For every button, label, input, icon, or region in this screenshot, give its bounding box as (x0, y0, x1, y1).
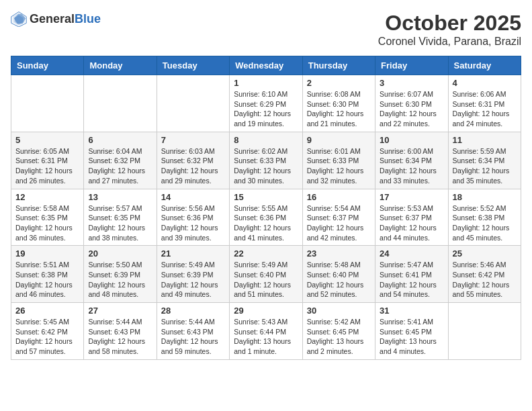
calendar-table: SundayMondayTuesdayWednesdayThursdayFrid… (11, 56, 521, 360)
day-info: Sunrise: 5:57 AM Sunset: 6:35 PM Dayligh… (88, 203, 152, 243)
weekday-header: Tuesday (157, 56, 229, 75)
logo-blue: Blue (75, 12, 101, 26)
calendar-cell: 31Sunrise: 5:41 AM Sunset: 6:45 PM Dayli… (375, 303, 448, 360)
day-info: Sunrise: 6:05 AM Sunset: 6:31 PM Dayligh… (15, 146, 79, 186)
calendar-cell: 7Sunrise: 6:03 AM Sunset: 6:32 PM Daylig… (157, 132, 229, 189)
day-number: 12 (15, 192, 79, 202)
calendar-cell: 8Sunrise: 6:02 AM Sunset: 6:33 PM Daylig… (230, 132, 302, 189)
day-info: Sunrise: 5:49 AM Sunset: 6:39 PM Dayligh… (161, 260, 225, 300)
calendar-cell: 20Sunrise: 5:50 AM Sunset: 6:39 PM Dayli… (84, 246, 157, 303)
calendar-cell: 16Sunrise: 5:54 AM Sunset: 6:37 PM Dayli… (302, 189, 375, 246)
day-number: 9 (307, 135, 371, 145)
day-number: 1 (234, 78, 298, 88)
day-info: Sunrise: 5:41 AM Sunset: 6:45 PM Dayligh… (380, 317, 443, 357)
calendar-week-row: 1Sunrise: 6:10 AM Sunset: 6:29 PM Daylig… (11, 75, 521, 132)
calendar-cell: 17Sunrise: 5:53 AM Sunset: 6:37 PM Dayli… (375, 189, 448, 246)
calendar-cell: 18Sunrise: 5:52 AM Sunset: 6:38 PM Dayli… (448, 189, 521, 246)
day-number: 27 (88, 306, 152, 316)
calendar-week-row: 19Sunrise: 5:51 AM Sunset: 6:38 PM Dayli… (11, 246, 521, 303)
day-info: Sunrise: 5:55 AM Sunset: 6:36 PM Dayligh… (234, 203, 298, 243)
calendar-cell: 11Sunrise: 5:59 AM Sunset: 6:34 PM Dayli… (448, 132, 521, 189)
day-number: 13 (88, 192, 152, 202)
day-number: 21 (161, 248, 225, 259)
day-number: 16 (307, 192, 371, 202)
day-info: Sunrise: 5:42 AM Sunset: 6:45 PM Dayligh… (307, 317, 371, 357)
day-number: 19 (15, 248, 79, 259)
weekday-header: Monday (84, 56, 157, 75)
calendar-cell: 19Sunrise: 5:51 AM Sunset: 6:38 PM Dayli… (11, 246, 84, 303)
weekday-header: Wednesday (230, 56, 302, 75)
day-number: 4 (453, 78, 517, 88)
calendar-cell: 6Sunrise: 6:04 AM Sunset: 6:32 PM Daylig… (84, 132, 157, 189)
day-number: 11 (453, 135, 517, 145)
day-info: Sunrise: 6:10 AM Sunset: 6:29 PM Dayligh… (234, 89, 298, 129)
calendar-week-row: 5Sunrise: 6:05 AM Sunset: 6:31 PM Daylig… (11, 132, 521, 189)
calendar-cell: 24Sunrise: 5:47 AM Sunset: 6:41 PM Dayli… (375, 246, 448, 303)
calendar-cell: 23Sunrise: 5:48 AM Sunset: 6:40 PM Dayli… (302, 246, 375, 303)
weekday-header: Sunday (11, 56, 84, 75)
day-number: 29 (234, 306, 298, 316)
day-number: 24 (380, 248, 443, 259)
day-info: Sunrise: 5:46 AM Sunset: 6:42 PM Dayligh… (453, 260, 517, 300)
day-number: 28 (161, 306, 225, 316)
calendar-cell (84, 75, 157, 132)
day-info: Sunrise: 5:44 AM Sunset: 6:43 PM Dayligh… (88, 317, 152, 357)
day-info: Sunrise: 6:01 AM Sunset: 6:33 PM Dayligh… (307, 146, 371, 186)
day-info: Sunrise: 6:00 AM Sunset: 6:34 PM Dayligh… (380, 146, 443, 186)
calendar-cell: 25Sunrise: 5:46 AM Sunset: 6:42 PM Dayli… (448, 246, 521, 303)
calendar-cell: 3Sunrise: 6:07 AM Sunset: 6:30 PM Daylig… (375, 75, 448, 132)
calendar-week-row: 12Sunrise: 5:58 AM Sunset: 6:35 PM Dayli… (11, 189, 521, 246)
day-info: Sunrise: 5:49 AM Sunset: 6:40 PM Dayligh… (234, 260, 298, 300)
day-info: Sunrise: 5:43 AM Sunset: 6:44 PM Dayligh… (234, 317, 298, 357)
day-number: 3 (380, 78, 443, 88)
day-info: Sunrise: 5:48 AM Sunset: 6:40 PM Dayligh… (307, 260, 371, 300)
day-number: 20 (88, 248, 152, 259)
day-number: 8 (234, 135, 298, 145)
weekday-header: Thursday (302, 56, 375, 75)
calendar-cell: 26Sunrise: 5:45 AM Sunset: 6:42 PM Dayli… (11, 303, 84, 360)
calendar-cell: 2Sunrise: 6:08 AM Sunset: 6:30 PM Daylig… (302, 75, 375, 132)
day-number: 2 (307, 78, 371, 88)
day-info: Sunrise: 5:50 AM Sunset: 6:39 PM Dayligh… (88, 260, 152, 300)
day-number: 26 (15, 306, 79, 316)
logo-text: GeneralBlue (30, 12, 101, 26)
calendar-cell (157, 75, 229, 132)
calendar-cell: 27Sunrise: 5:44 AM Sunset: 6:43 PM Dayli… (84, 303, 157, 360)
day-info: Sunrise: 5:53 AM Sunset: 6:37 PM Dayligh… (380, 203, 443, 243)
day-info: Sunrise: 6:07 AM Sunset: 6:30 PM Dayligh… (380, 89, 443, 129)
day-info: Sunrise: 6:08 AM Sunset: 6:30 PM Dayligh… (307, 89, 371, 129)
day-number: 14 (161, 192, 225, 202)
weekday-header: Saturday (448, 56, 521, 75)
day-number: 18 (453, 192, 517, 202)
calendar-cell (11, 75, 84, 132)
logo-general: General (30, 12, 75, 26)
day-info: Sunrise: 5:44 AM Sunset: 6:43 PM Dayligh… (161, 317, 225, 357)
day-info: Sunrise: 5:59 AM Sunset: 6:34 PM Dayligh… (453, 146, 517, 186)
day-info: Sunrise: 5:54 AM Sunset: 6:37 PM Dayligh… (307, 203, 371, 243)
day-info: Sunrise: 6:02 AM Sunset: 6:33 PM Dayligh… (234, 146, 298, 186)
page-header: GeneralBlue October 2025 Coronel Vivida,… (11, 11, 521, 48)
day-number: 22 (234, 248, 298, 259)
calendar-cell: 14Sunrise: 5:56 AM Sunset: 6:36 PM Dayli… (157, 189, 229, 246)
day-number: 6 (88, 135, 152, 145)
calendar-cell (448, 303, 521, 360)
day-number: 10 (380, 135, 443, 145)
day-number: 15 (234, 192, 298, 202)
title-area: October 2025 Coronel Vivida, Parana, Bra… (378, 11, 521, 48)
calendar-week-row: 26Sunrise: 5:45 AM Sunset: 6:42 PM Dayli… (11, 303, 521, 360)
day-info: Sunrise: 5:51 AM Sunset: 6:38 PM Dayligh… (15, 260, 79, 300)
day-info: Sunrise: 5:47 AM Sunset: 6:41 PM Dayligh… (380, 260, 443, 300)
calendar-cell: 13Sunrise: 5:57 AM Sunset: 6:35 PM Dayli… (84, 189, 157, 246)
logo-icon (11, 11, 27, 27)
day-info: Sunrise: 6:06 AM Sunset: 6:31 PM Dayligh… (453, 89, 517, 129)
day-info: Sunrise: 5:52 AM Sunset: 6:38 PM Dayligh… (453, 203, 517, 243)
weekday-header: Friday (375, 56, 448, 75)
day-number: 25 (453, 248, 517, 259)
calendar-cell: 29Sunrise: 5:43 AM Sunset: 6:44 PM Dayli… (230, 303, 302, 360)
calendar-cell: 5Sunrise: 6:05 AM Sunset: 6:31 PM Daylig… (11, 132, 84, 189)
calendar-header-row: SundayMondayTuesdayWednesdayThursdayFrid… (11, 56, 521, 75)
day-number: 23 (307, 248, 371, 259)
calendar-cell: 12Sunrise: 5:58 AM Sunset: 6:35 PM Dayli… (11, 189, 84, 246)
calendar-cell: 30Sunrise: 5:42 AM Sunset: 6:45 PM Dayli… (302, 303, 375, 360)
calendar-cell: 4Sunrise: 6:06 AM Sunset: 6:31 PM Daylig… (448, 75, 521, 132)
